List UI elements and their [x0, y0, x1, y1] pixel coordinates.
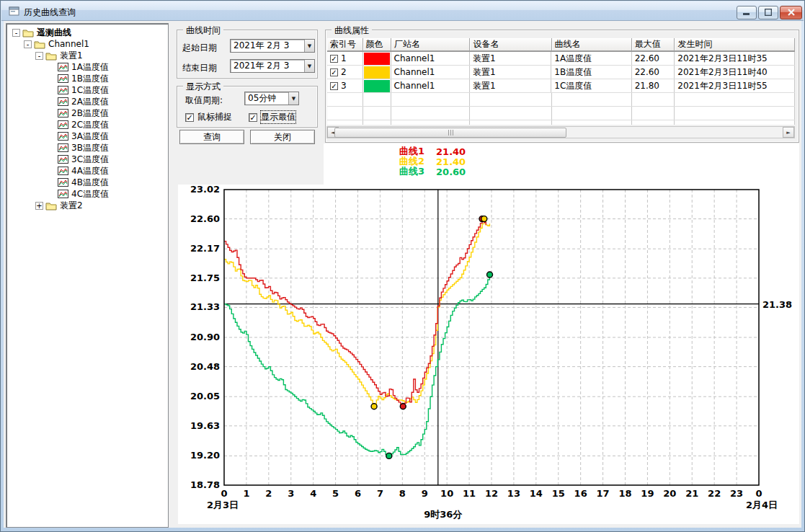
- x-axis-tick-label: 14: [530, 488, 543, 499]
- x-axis-tick-label: 1: [243, 488, 249, 499]
- x-axis-tick-label: 0: [221, 488, 227, 499]
- crosshair-value-label: 21.38: [762, 299, 792, 310]
- x-axis-tick-label: 22: [708, 488, 721, 499]
- y-axis-tick-label: 18.78: [190, 479, 220, 490]
- x-axis-start-date-label: 2月3日: [207, 500, 239, 510]
- y-axis-tick-label: 22.17: [190, 243, 220, 254]
- y-axis-tick-label: 19.63: [190, 420, 220, 431]
- x-axis-end-date-label: 2月4日: [746, 500, 778, 510]
- crosshair-time-label: 9时36分: [424, 509, 463, 520]
- y-axis-tick-label: 20.90: [190, 332, 220, 342]
- x-axis-tick-label: 21: [685, 488, 698, 499]
- x-axis-tick-label: 9: [422, 488, 428, 499]
- x-axis-tick-label: 11: [463, 488, 476, 499]
- y-axis-tick-label: 21.33: [190, 301, 220, 312]
- x-axis-tick-label: 17: [597, 488, 610, 499]
- x-axis-tick-label: 15: [552, 488, 565, 499]
- x-axis-tick-label: 3: [288, 488, 294, 499]
- extreme-marker-曲线3: [487, 272, 493, 278]
- extreme-marker-曲线3: [386, 453, 392, 458]
- x-axis-tick-label: 5: [332, 488, 339, 499]
- x-axis-tick-label: 4: [310, 488, 316, 499]
- x-axis-tick-label: 6: [355, 488, 361, 499]
- x-axis-tick-label: 18: [618, 488, 631, 499]
- x-axis-tick-label: 20: [663, 488, 676, 499]
- y-axis-tick-label: 20.48: [190, 361, 220, 372]
- x-axis-tick-label: 2: [265, 488, 272, 499]
- x-axis-tick-label: 23: [730, 488, 743, 499]
- extreme-marker-曲线2: [371, 404, 377, 409]
- y-axis-tick-label: 23.02: [190, 184, 220, 195]
- x-axis-tick-label: 12: [485, 488, 498, 499]
- y-axis-tick-label: 22.60: [190, 213, 220, 224]
- y-axis-tick-label: 19.20: [190, 450, 220, 461]
- app-window: 历史曲线查询 -遥测曲线-Channel1-装置11A温度值1B温度值1C温度值…: [0, 0, 805, 532]
- extreme-marker-曲线2: [481, 216, 487, 222]
- history-curve-chart[interactable]: 23.0222.6022.1721.7521.3320.9020.4820.05…: [1, 1, 805, 532]
- y-axis-tick-label: 20.05: [190, 391, 220, 402]
- x-axis-tick-label: 8: [399, 488, 406, 499]
- x-axis-tick-label: 19: [641, 488, 654, 499]
- x-axis-tick-label: 10: [440, 488, 453, 499]
- extreme-marker-曲线1: [400, 404, 406, 409]
- y-axis-tick-label: 21.75: [190, 272, 220, 283]
- x-axis-tick-label: 16: [574, 488, 587, 499]
- x-axis-tick-label: 7: [377, 488, 383, 499]
- x-axis-tick-label: 0: [755, 488, 762, 499]
- x-axis-tick-label: 13: [507, 488, 520, 499]
